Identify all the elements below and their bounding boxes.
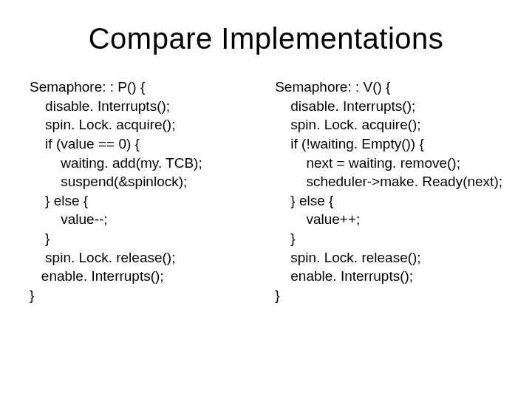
code-line: spin. Lock. acquire(); <box>275 115 502 134</box>
code-line: suspend(&spinlock); <box>30 172 245 191</box>
code-line: spin. Lock. acquire(); <box>30 115 245 134</box>
code-line: } <box>30 286 245 305</box>
code-line: value--; <box>30 210 245 229</box>
left-column: Semaphore: : P() { disable. Interrupts()… <box>30 78 245 305</box>
code-line: disable. Interrupts(); <box>275 97 502 116</box>
code-line: spin. Lock. release(); <box>30 248 245 267</box>
right-column: Semaphore: : V() { disable. Interrupts()… <box>275 78 502 305</box>
slide-title: Compare Implementations <box>30 22 502 55</box>
code-line: } else { <box>275 191 502 211</box>
code-line: } else { <box>30 191 245 211</box>
code-line: disable. Interrupts(); <box>30 97 245 116</box>
code-line: } <box>275 286 502 305</box>
code-line: value++; <box>275 210 502 229</box>
code-line: next = waiting. remove(); <box>275 154 502 173</box>
code-line: if (value == 0) { <box>30 134 245 154</box>
code-line: enable. Interrupts(); <box>30 267 245 286</box>
columns: Semaphore: : P() { disable. Interrupts()… <box>30 78 502 305</box>
code-line: scheduler->make. Ready(next); <box>275 172 502 191</box>
code-line: } <box>275 229 502 248</box>
code-line: Semaphore: : P() { <box>30 78 245 97</box>
code-line: waiting. add(my. TCB); <box>30 154 245 173</box>
code-line: } <box>30 229 245 248</box>
code-line: spin. Lock. release(); <box>275 248 502 267</box>
slide: Compare Implementations Semaphore: : P()… <box>0 0 532 399</box>
code-line: Semaphore: : V() { <box>275 78 502 97</box>
code-line: enable. Interrupts(); <box>275 267 502 286</box>
code-line: if (!waiting. Empty()) { <box>275 134 502 154</box>
